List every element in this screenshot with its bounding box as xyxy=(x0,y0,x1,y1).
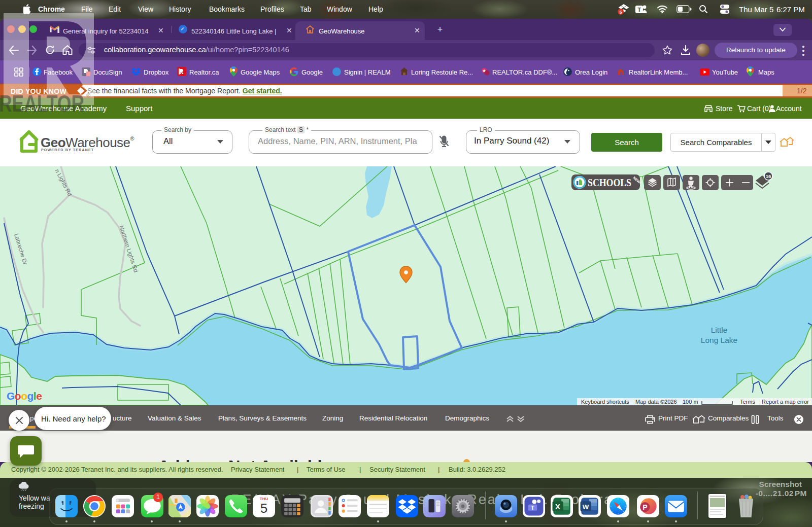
svg-text:Long Lake: Long Lake xyxy=(701,336,737,344)
svg-text:Map data ©2026: Map data ©2026 xyxy=(635,399,677,405)
svg-text:T: T xyxy=(531,505,534,511)
svg-text:100 m: 100 m xyxy=(683,399,698,405)
svg-text:X: X xyxy=(555,502,560,511)
svg-text:16: 16 xyxy=(766,173,771,179)
svg-text:Google: Google xyxy=(7,390,42,402)
svg-text:Little: Little xyxy=(711,326,728,334)
svg-text:Report a map error: Report a map error xyxy=(762,399,809,405)
svg-text:REALTOR: REALTOR xyxy=(0,90,84,117)
svg-text:Terms: Terms xyxy=(740,399,755,405)
svg-text:W: W xyxy=(583,503,589,511)
svg-text:5: 5 xyxy=(619,10,622,15)
svg-text:T: T xyxy=(637,7,641,13)
svg-text:Keyboard shortcuts: Keyboard shortcuts xyxy=(581,399,629,405)
svg-text:®: ® xyxy=(86,92,90,98)
svg-text:P: P xyxy=(642,503,647,511)
svg-text:SCHOOLS: SCHOOLS xyxy=(588,177,631,188)
